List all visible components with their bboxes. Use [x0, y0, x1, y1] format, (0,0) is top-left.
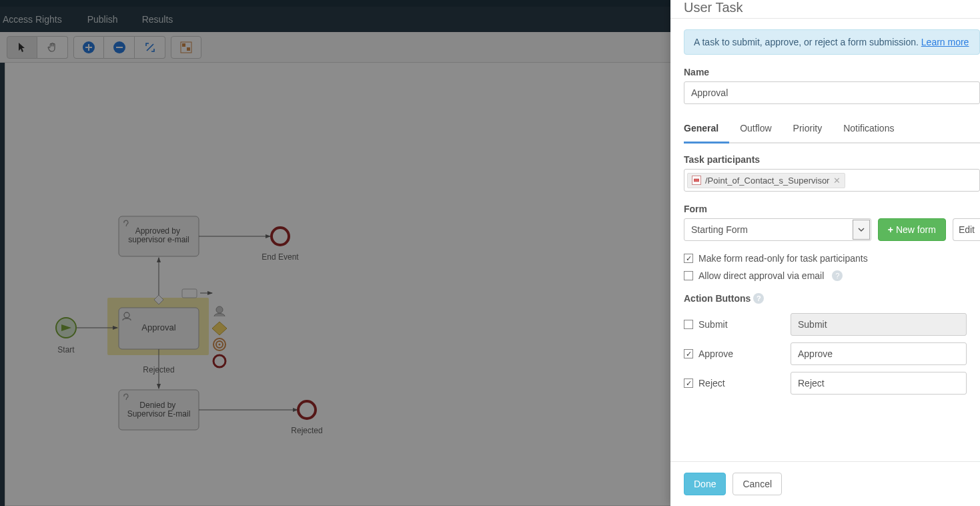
- approve-value-input[interactable]: [791, 342, 967, 365]
- info-banner: A task to submit, approve, or reject a f…: [684, 29, 980, 55]
- cancel-button[interactable]: Cancel: [732, 473, 782, 495]
- reject-value-input[interactable]: [791, 372, 967, 395]
- submit-checkbox[interactable]: [684, 320, 693, 329]
- approve-label: Approve: [698, 348, 733, 359]
- new-form-button[interactable]: + New form: [878, 218, 946, 241]
- remove-tag-icon[interactable]: ✕: [833, 176, 841, 186]
- participants-label: Task participants: [684, 154, 980, 165]
- edit-form-button[interactable]: Edit: [953, 218, 980, 241]
- help-icon[interactable]: ?: [753, 293, 764, 304]
- help-icon[interactable]: ?: [832, 270, 843, 281]
- readonly-checkbox[interactable]: [684, 254, 693, 263]
- form-label: Form: [684, 204, 980, 214]
- submit-label: Submit: [698, 319, 728, 330]
- learn-more-link[interactable]: Learn more: [921, 37, 969, 47]
- participants-input[interactable]: /Point_of_Contact_s_Supervisor ✕: [684, 169, 980, 192]
- info-text: A task to submit, approve, or reject a f…: [694, 37, 921, 47]
- participant-tag-text: /Point_of_Contact_s_Supervisor: [705, 176, 829, 186]
- panel-title: User Task: [670, 0, 980, 19]
- svg-rect-28: [694, 179, 699, 182]
- panel-tabs: General Outflow Priority Notifications: [684, 116, 980, 144]
- participant-tag: /Point_of_Contact_s_Supervisor ✕: [687, 173, 845, 188]
- reject-label: Reject: [698, 378, 725, 389]
- name-input[interactable]: [684, 81, 980, 104]
- readonly-label: Make form read-only for task participant…: [698, 253, 868, 264]
- user-task-panel: User Task A task to submit, approve, or …: [670, 0, 980, 506]
- approve-checkbox[interactable]: [684, 349, 693, 358]
- direct-approval-checkbox[interactable]: [684, 271, 693, 280]
- tab-outflow[interactable]: Outflow: [729, 116, 782, 144]
- submit-value-input: [791, 313, 967, 336]
- field-icon: [692, 176, 701, 185]
- tab-general[interactable]: General: [684, 116, 729, 144]
- tab-notifications[interactable]: Notifications: [833, 116, 905, 144]
- action-buttons-label: Action Buttons ?: [684, 293, 764, 304]
- form-select[interactable]: [684, 218, 871, 241]
- panel-footer: Done Cancel: [670, 461, 980, 506]
- plus-icon: +: [888, 224, 893, 235]
- tab-priority[interactable]: Priority: [783, 116, 833, 144]
- reject-checkbox[interactable]: [684, 378, 693, 388]
- direct-approval-label: Allow direct approval via email: [698, 270, 824, 281]
- name-label: Name: [684, 67, 980, 77]
- done-button[interactable]: Done: [684, 473, 726, 495]
